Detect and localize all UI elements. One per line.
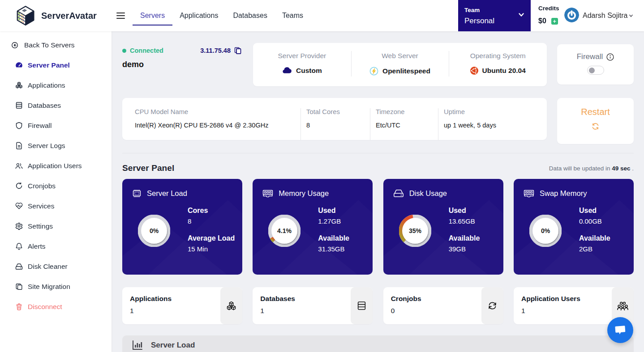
svg-text:0%: 0% (541, 227, 550, 234)
svg-text:35%: 35% (409, 227, 422, 234)
svg-text:4.1%: 4.1% (277, 227, 292, 234)
svg-text:0%: 0% (150, 227, 159, 234)
